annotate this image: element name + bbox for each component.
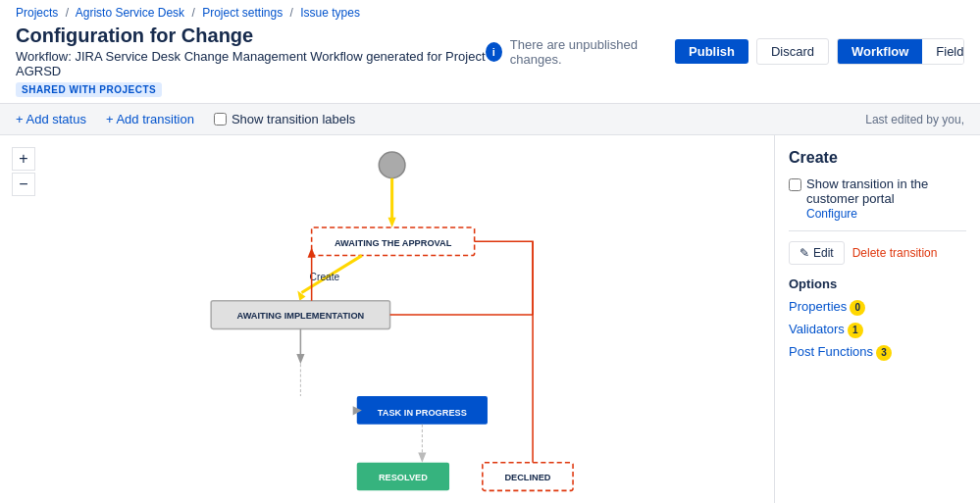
customer-portal-row: Show transition in the customer portal C… [789,176,966,221]
validators-badge: 1 [848,323,863,338]
panel-divider [789,230,966,231]
zoom-out-button[interactable]: − [12,173,35,196]
add-transition-button[interactable]: + Add transition [106,112,194,126]
zoom-controls: + − [12,147,35,196]
customer-portal-checkbox[interactable] [789,178,801,191]
workflow-canvas[interactable]: + − AWAITING THE APPROVAL Create AWAITIN… [0,135,774,503]
info-icon: i [486,42,502,62]
label-awaiting-approval: AWAITING THE APPROVAL [335,238,452,248]
add-status-button[interactable]: + Add status [16,112,86,126]
arrowhead-impl-task [296,354,304,364]
label-task-in-progress: TASK IN PROGRESS [378,408,467,418]
red-path-approval-declined [475,241,533,477]
workflow-diagram: AWAITING THE APPROVAL Create AWAITING IM… [0,135,774,503]
pencil-icon: ✎ [799,246,809,260]
customer-portal-label: Show transition in the customer portal [806,176,928,206]
validators-link[interactable]: Validators1 [789,322,863,336]
breadcrumb-sep3: / [290,6,293,20]
post-functions-badge: 3 [876,345,892,361]
properties-link[interactable]: Properties0 [789,299,865,314]
breadcrumb-project-settings[interactable]: Project settings [202,6,283,20]
tab-workflow[interactable]: Workflow [838,39,922,64]
zoom-in-button[interactable]: + [12,147,35,171]
customer-portal-text: Show transition in the customer portal C… [806,176,966,221]
show-labels-checkbox[interactable] [214,113,227,126]
shared-badge: SHARED WITH PROJECTS [16,82,162,97]
show-labels-label: Show transition labels [232,112,355,126]
label-resolved: RESOLVED [379,473,428,482]
tab-fields[interactable]: Fields [922,39,964,64]
header-left: Projects / Agristo Service Desk / Projec… [16,6,486,97]
discard-button[interactable]: Discard [756,38,829,65]
edit-delete-row: ✎ Edit Delete transition [789,241,966,265]
breadcrumb: Projects / Agristo Service Desk / Projec… [16,6,486,20]
option-post-functions: Post Functions3 [789,344,966,361]
option-properties: Properties0 [789,299,966,316]
properties-label: Properties [789,299,847,314]
panel-title: Create [789,149,966,167]
unpublished-text: There are unpublished changes. [510,37,667,67]
post-functions-label: Post Functions [789,344,873,359]
right-panel: Create Show transition in the customer p… [774,135,980,503]
breadcrumb-issue-types[interactable]: Issue types [300,6,360,20]
edit-button[interactable]: ✎ Edit [789,241,845,265]
tab-group: Workflow Fields [837,38,964,65]
breadcrumb-sep2: / [191,6,194,20]
breadcrumb-agristo[interactable]: Agristo Service Desk [76,6,184,20]
main-area: + − AWAITING THE APPROVAL Create AWAITIN… [0,135,980,503]
publish-button[interactable]: Publish [675,39,748,64]
edit-label: Edit [813,246,834,260]
create-arrow-label: Create [310,272,340,282]
arrowhead-task-down [418,452,426,462]
start-node [379,152,405,178]
label-awaiting-impl: AWAITING IMPLEMENTATION [237,311,365,321]
post-functions-link[interactable]: Post Functions3 [789,344,892,359]
toolbar: + Add status + Add transition Show trans… [0,104,980,135]
properties-badge: 0 [850,300,865,316]
header-right: i There are unpublished changes. Publish… [486,37,964,67]
breadcrumb-sep1: / [66,6,69,20]
workflow-subtitle: Workflow: JIRA Service Desk Change Manag… [16,49,486,78]
option-validators: Validators1 [789,322,966,338]
delete-transition-link[interactable]: Delete transition [852,246,938,260]
show-labels-toggle[interactable]: Show transition labels [214,112,355,126]
breadcrumb-projects[interactable]: Projects [16,6,58,20]
page-title: Configuration for Change [16,24,486,47]
arrow-head-approval [388,218,396,227]
last-edited-text: Last edited by you, [865,113,964,126]
validators-label: Validators [789,322,845,336]
configure-link[interactable]: Configure [806,207,857,221]
options-title: Options [789,277,966,291]
top-bar: Projects / Agristo Service Desk / Projec… [0,0,980,104]
label-declined: DECLINED [504,473,550,482]
